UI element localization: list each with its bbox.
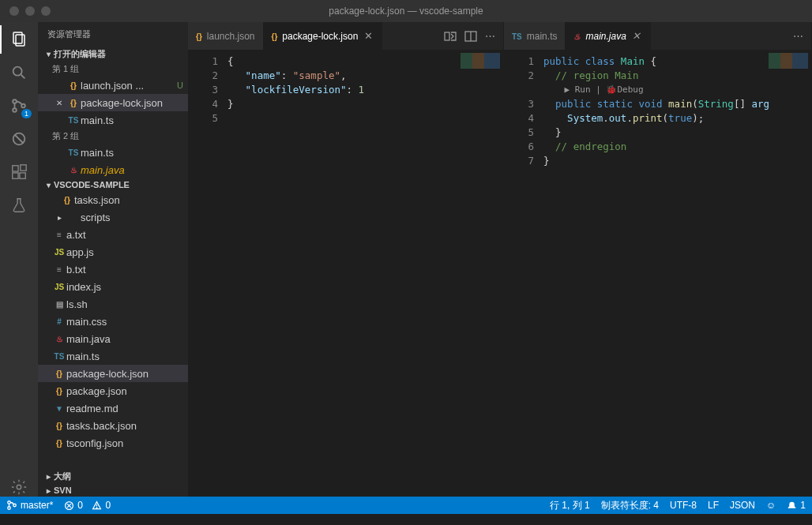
file-item[interactable]: ▼readme.md xyxy=(38,399,188,417)
file-item[interactable]: JSindex.js xyxy=(38,278,188,295)
debug-icon[interactable] xyxy=(9,129,28,148)
close-icon[interactable]: ✕ xyxy=(631,30,642,42)
open-editors-header[interactable]: ▾打开的编辑器 xyxy=(38,47,188,62)
eol[interactable]: LF xyxy=(708,500,719,511)
search-icon[interactable] xyxy=(9,63,28,82)
outline-header[interactable]: ▸大纲 xyxy=(38,469,188,484)
more-icon[interactable]: ⋯ xyxy=(793,30,803,42)
svg-rect-9 xyxy=(13,173,18,178)
file-item[interactable]: {}package-lock.json xyxy=(38,365,188,382)
editor-group-2: TSmain.ts♨main.java✕⋯ 1234567 public cla… xyxy=(504,22,812,497)
svg-point-5 xyxy=(13,108,17,112)
file-item[interactable]: ▤ls.sh xyxy=(38,295,188,313)
open-editor-item[interactable]: ✕{}package-lock.json xyxy=(38,94,188,111)
file-item[interactable]: {}tasks.back.json xyxy=(38,417,188,434)
encoding[interactable]: UTF-8 xyxy=(670,500,697,511)
language-mode[interactable]: JSON xyxy=(730,500,755,511)
group-1-label: 第 1 组 xyxy=(38,62,188,77)
file-item[interactable]: {}tasks.json xyxy=(38,191,188,208)
svg-rect-11 xyxy=(21,165,26,171)
scm-icon[interactable]: 1 xyxy=(9,96,28,115)
file-item[interactable]: #main.css xyxy=(38,313,188,330)
file-item[interactable]: TSmain.ts xyxy=(38,347,188,365)
svg-point-16 xyxy=(8,501,11,504)
file-item[interactable]: ≡a.txt xyxy=(38,226,188,243)
branch-status[interactable]: master* xyxy=(6,500,53,511)
editor-group-1: {}launch.json{}package-lock.json✕ ⋯ 1234… xyxy=(188,22,504,497)
extensions-icon[interactable] xyxy=(9,163,28,182)
file-item[interactable]: {}package.json xyxy=(38,382,188,399)
tab[interactable]: ♨main.java✕ xyxy=(566,22,650,50)
window-title: package-lock.json — vscode-sample xyxy=(329,6,483,17)
window-controls[interactable] xyxy=(0,6,51,16)
minimap[interactable] xyxy=(461,53,500,69)
tab[interactable]: TSmain.ts xyxy=(504,22,566,50)
titlebar: package-lock.json — vscode-sample xyxy=(0,0,812,22)
compare-icon[interactable] xyxy=(444,30,457,43)
open-editor-item[interactable]: ♨main.java xyxy=(38,161,188,178)
svg-point-2 xyxy=(13,67,22,76)
minimap[interactable] xyxy=(769,53,808,69)
file-item[interactable]: JSapp.js xyxy=(38,243,188,261)
open-editor-item[interactable]: TSmain.ts xyxy=(38,111,188,129)
svg-point-12 xyxy=(17,485,21,489)
more-icon[interactable]: ⋯ xyxy=(485,30,495,42)
svg-point-17 xyxy=(8,507,11,510)
settings-gear-icon[interactable] xyxy=(9,478,28,497)
svn-header[interactable]: ▸SVN xyxy=(38,484,188,497)
tab[interactable]: {}package-lock.json✕ xyxy=(264,22,383,50)
svg-rect-0 xyxy=(13,32,22,43)
editor-2[interactable]: 1234567 public class Main { // region Ma… xyxy=(504,50,811,497)
tab-size[interactable]: 制表符长度: 4 xyxy=(601,499,659,512)
folder-header[interactable]: ▾VSCODE-SAMPLE xyxy=(38,178,188,191)
open-editor-item[interactable]: TSmain.ts xyxy=(38,144,188,161)
file-item[interactable]: {}tsconfig.json xyxy=(38,434,188,452)
problems-status[interactable]: 0 0 xyxy=(64,500,111,511)
editor-1[interactable]: 12345 { "name": "sample", "lockfileVersi… xyxy=(188,50,503,497)
file-item[interactable]: ≡b.txt xyxy=(38,261,188,278)
group-2-label: 第 2 组 xyxy=(38,129,188,144)
scm-badge: 1 xyxy=(21,109,32,118)
svg-rect-8 xyxy=(13,166,18,171)
open-editor-item[interactable]: {}launch.json ...U xyxy=(38,77,188,94)
statusbar: master* 0 0 行 1, 列 1 制表符长度: 4 UTF-8 LF J… xyxy=(0,497,812,514)
beaker-icon[interactable] xyxy=(9,196,28,215)
tab-actions: ⋯ xyxy=(436,22,503,50)
tabs-group-2: TSmain.ts♨main.java✕⋯ xyxy=(504,22,811,50)
svg-point-4 xyxy=(13,99,17,103)
notifications[interactable]: 1 xyxy=(787,500,806,511)
tabs-group-1: {}launch.json{}package-lock.json✕ ⋯ xyxy=(188,22,503,50)
tab[interactable]: {}launch.json xyxy=(188,22,264,50)
svg-rect-13 xyxy=(445,32,449,40)
svg-point-21 xyxy=(96,507,97,508)
svg-rect-10 xyxy=(20,173,25,178)
file-item[interactable]: ♨main.java xyxy=(38,330,188,347)
sidebar-title: 资源管理器 xyxy=(38,22,188,47)
file-item[interactable]: ▸scripts xyxy=(38,208,188,226)
split-icon[interactable] xyxy=(464,30,477,43)
feedback-icon[interactable]: ☺ xyxy=(766,500,776,511)
svg-point-6 xyxy=(21,104,25,108)
svg-rect-1 xyxy=(16,35,24,46)
svg-line-3 xyxy=(21,75,25,79)
activity-bar: 1 xyxy=(0,22,38,497)
explorer-icon[interactable] xyxy=(9,30,28,49)
close-icon[interactable]: ✕ xyxy=(363,30,374,42)
sidebar: 资源管理器 ▾打开的编辑器 第 1 组 {}launch.json ...U✕{… xyxy=(38,22,188,497)
cursor-position[interactable]: 行 1, 列 1 xyxy=(550,499,590,512)
